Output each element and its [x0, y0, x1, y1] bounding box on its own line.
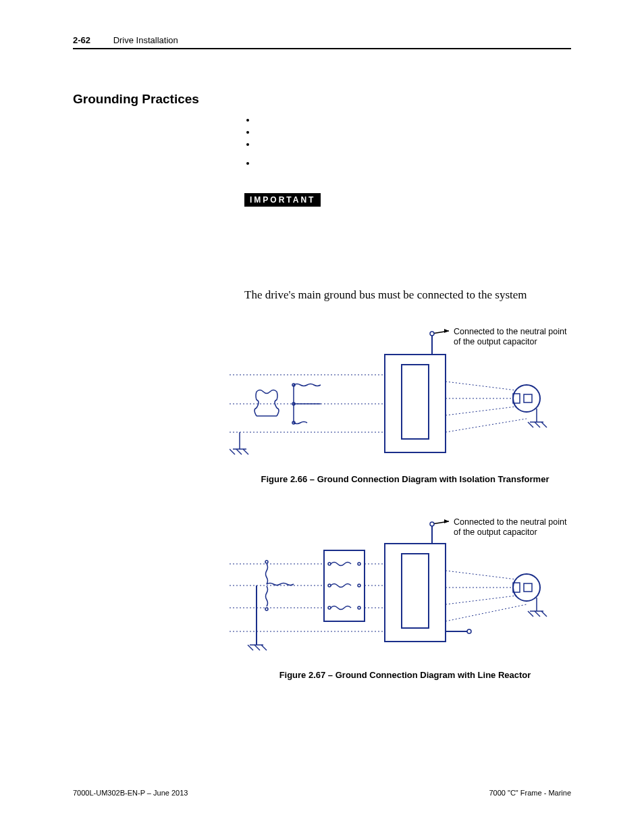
- svg-point-42: [265, 561, 268, 563]
- svg-marker-30: [444, 519, 449, 523]
- svg-rect-1: [385, 355, 446, 452]
- svg-point-36: [328, 563, 331, 565]
- svg-rect-20: [524, 394, 532, 402]
- footer-right: 7000 "C" Frame - Marine: [489, 789, 571, 797]
- svg-rect-31: [385, 544, 446, 642]
- svg-line-23: [446, 407, 516, 415]
- svg-line-27: [528, 422, 533, 427]
- svg-point-39: [358, 584, 360, 587]
- svg-line-65: [446, 604, 527, 621]
- svg-point-43: [265, 608, 268, 610]
- svg-rect-61: [524, 583, 532, 592]
- svg-line-64: [446, 596, 516, 604]
- page-header: 2-62 Drive Installation: [73, 35, 571, 49]
- svg-point-38: [328, 584, 331, 587]
- svg-line-56: [261, 645, 267, 650]
- figure-annotation: Connected to the neutral point of the ou…: [454, 517, 575, 538]
- svg-point-4: [430, 332, 434, 336]
- figure-2-67: Connected to the neutral point of the ou…: [230, 513, 581, 680]
- svg-line-62: [446, 571, 516, 579]
- svg-line-24: [446, 419, 527, 432]
- svg-line-16: [236, 449, 242, 454]
- svg-line-15: [230, 449, 235, 454]
- footer-left: 7000L-UM302B-EN-P – June 2013: [73, 789, 188, 797]
- svg-line-69: [535, 611, 540, 617]
- figure-2-66: Connected to the neutral point of the ou…: [230, 317, 581, 484]
- body-paragraph: The drive's main ground bus must be conn…: [244, 288, 575, 302]
- svg-point-58: [467, 629, 471, 633]
- svg-line-29: [541, 422, 547, 427]
- figure-caption: Figure 2.66 – Ground Connection Diagram …: [230, 474, 581, 484]
- svg-line-28: [535, 422, 540, 427]
- svg-marker-0: [444, 329, 449, 333]
- section-heading: Grounding Practices: [73, 92, 199, 107]
- important-badge: IMPORTANT: [244, 193, 321, 207]
- svg-point-18: [513, 385, 540, 412]
- chapter-name: Drive Installation: [113, 35, 178, 45]
- svg-rect-2: [402, 365, 429, 439]
- page-number: 2-62: [73, 35, 90, 45]
- page-footer: 7000L-UM302B-EN-P – June 2013 7000 "C" F…: [73, 789, 571, 797]
- svg-line-17: [243, 449, 248, 454]
- svg-point-34: [430, 522, 434, 526]
- bullet-list: [244, 115, 257, 170]
- svg-point-40: [328, 606, 331, 609]
- svg-rect-32: [402, 554, 429, 628]
- svg-line-21: [446, 382, 516, 390]
- figure-caption: Figure 2.67 – Ground Connection Diagram …: [230, 670, 581, 680]
- figure-annotation: Connected to the neutral point of the ou…: [454, 327, 575, 347]
- svg-line-54: [248, 645, 253, 650]
- svg-line-55: [254, 645, 260, 650]
- svg-line-70: [541, 611, 547, 617]
- svg-point-37: [358, 563, 360, 565]
- svg-point-41: [358, 606, 360, 609]
- svg-line-68: [528, 611, 533, 617]
- svg-point-59: [513, 574, 540, 601]
